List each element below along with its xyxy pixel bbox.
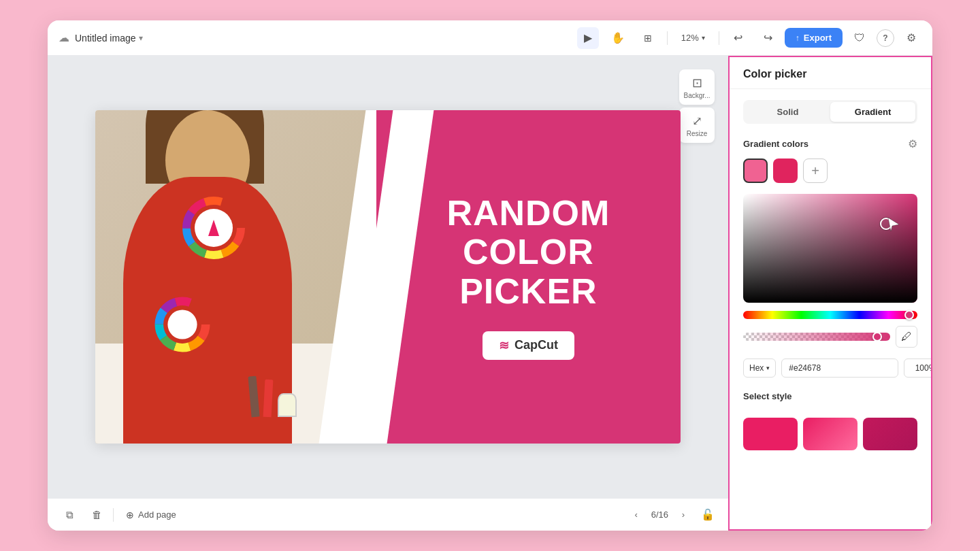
title-line1: RANDOM — [446, 194, 610, 233]
color-type-tabs: Solid Gradient — [743, 100, 917, 124]
hex-chevron: ▾ — [766, 365, 770, 371]
filter-icon[interactable]: ⚙ — [908, 137, 917, 150]
file-name: Untitled image — [75, 33, 136, 44]
svg-point-18 — [167, 310, 197, 339]
canvas-area: ⊡ Backgr... ⤢ Resize — [48, 56, 728, 531]
capcut-text: CapCut — [514, 338, 558, 352]
hue-thumb — [904, 310, 914, 320]
canvas-image: RANDOM COLOR PICKER ≋ CapCut — [95, 110, 681, 444]
gradient-colors-label: Gradient colors — [743, 139, 808, 149]
background-icon: ⊡ — [692, 76, 702, 90]
undo-button[interactable]: ↩ — [728, 27, 749, 49]
alpha-thumb — [872, 333, 882, 341]
alpha-slider[interactable] — [743, 333, 890, 341]
style-swatch-1[interactable] — [743, 418, 798, 450]
side-tools: ⊡ Backgr... ⤢ Resize — [679, 69, 715, 143]
copy-page-button[interactable]: ⧉ — [59, 504, 80, 526]
title-line2: COLOR — [446, 233, 610, 271]
file-icon: ☁ — [59, 31, 69, 44]
hex-format-select[interactable]: Hex ▾ — [743, 358, 776, 378]
pencil-2 — [263, 380, 273, 418]
export-button[interactable]: ↑ Export — [785, 28, 843, 48]
toolbar-right: ↑ Export 🛡 ? ⚙ — [785, 28, 921, 48]
eyedropper-button[interactable]: 🖊 — [896, 326, 917, 348]
capcut-badge: ≋ CapCut — [483, 331, 574, 360]
select-tool-button[interactable]: ▶ — [577, 27, 599, 49]
toolbar-left: ☁ Untitled image ▾ — [59, 31, 572, 44]
style-swatches — [743, 418, 917, 450]
add-page-label: Add page — [138, 510, 176, 520]
toolbar: ☁ Untitled image ▾ ▶ ✋ ⊞ 12% ▾ ↩ ↪ ↑ Exp… — [48, 20, 932, 56]
alpha-slider-wrap: 🖊 — [743, 326, 917, 348]
color-wheel-2 — [152, 294, 213, 355]
background-tool-button[interactable]: ⊡ Backgr... — [679, 69, 715, 105]
next-page-button[interactable]: › — [674, 505, 693, 524]
color-stop-2[interactable] — [773, 158, 798, 183]
hex-value-input[interactable] — [781, 358, 898, 378]
shield-button[interactable]: 🛡 — [849, 28, 870, 48]
panel-body: Solid Gradient Gradient colors ⚙ + — [730, 89, 931, 529]
resize-label: Resize — [687, 130, 708, 137]
panel-title: Color picker — [743, 68, 917, 80]
title-chevron: ▾ — [139, 33, 143, 43]
cup — [278, 393, 297, 417]
color-canvas-inner — [743, 194, 917, 303]
add-page-icon: ⊕ — [126, 510, 134, 520]
pink-side: RANDOM COLOR PICKER ≋ CapCut — [376, 110, 681, 444]
help-button[interactable]: ? — [877, 29, 894, 47]
color-input-row: Hex ▾ — [743, 358, 917, 378]
lock-icon: 🔓 — [698, 505, 717, 524]
hue-slider-wrap — [743, 311, 917, 319]
settings-button[interactable]: ⚙ — [901, 28, 921, 48]
add-color-stop-button[interactable]: + — [803, 158, 828, 183]
frame-tool-button[interactable]: ⊞ — [637, 27, 659, 49]
canvas-wrapper: ⊡ Backgr... ⤢ Resize — [48, 56, 728, 498]
select-style-header: Select style — [743, 391, 917, 410]
zoom-control[interactable]: 12% ▾ — [676, 30, 710, 46]
title-line3: PICKER — [446, 272, 610, 311]
select-style-label: Select style — [743, 391, 792, 401]
page-total: 16 — [659, 510, 668, 520]
color-wheel-1 — [180, 194, 248, 262]
file-title[interactable]: Untitled image ▾ — [75, 33, 143, 44]
export-arrow-icon: ↑ — [796, 33, 800, 43]
capcut-logo-icon: ≋ — [499, 338, 509, 353]
toolbar-center: ▶ ✋ ⊞ 12% ▾ ↩ ↪ — [577, 27, 779, 49]
resize-icon: ⤢ — [692, 114, 702, 129]
add-page-button[interactable]: ⊕ Add page — [119, 507, 183, 523]
gradient-stops: + — [743, 158, 917, 183]
color-canvas-dark — [743, 194, 917, 303]
page-navigation: ‹ 6/16 › — [627, 505, 693, 524]
style-swatch-2[interactable] — [803, 418, 858, 450]
eyedropper-icon: 🖊 — [901, 331, 912, 343]
delete-page-button[interactable]: 🗑 — [86, 504, 108, 526]
redo-button[interactable]: ↪ — [757, 27, 779, 49]
divider — [113, 508, 114, 522]
page-indicator: 6/16 — [651, 510, 668, 520]
page-current: 6 — [651, 510, 656, 520]
hue-slider[interactable] — [743, 311, 917, 319]
solid-tab[interactable]: Solid — [745, 102, 830, 122]
zoom-value: 12% — [681, 33, 699, 43]
panel-header: Color picker — [730, 57, 931, 89]
alpha-gradient — [743, 333, 890, 341]
hex-label: Hex — [749, 363, 764, 373]
color-picker-panel: Color picker Solid Gradient Gradient col… — [728, 56, 932, 531]
color-canvas[interactable] — [743, 194, 917, 303]
zoom-chevron: ▾ — [702, 34, 705, 41]
resize-tool-button[interactable]: ⤢ Resize — [679, 107, 715, 143]
background-label: Backgr... — [684, 92, 710, 99]
photo-side — [95, 110, 376, 444]
color-stop-1[interactable] — [743, 158, 768, 183]
export-label: Export — [804, 33, 832, 43]
style-swatch-3[interactable] — [863, 418, 917, 450]
gradient-tab[interactable]: Gradient — [830, 102, 915, 122]
prev-page-button[interactable]: ‹ — [627, 505, 646, 524]
hand-tool-button[interactable]: ✋ — [607, 27, 629, 49]
gradient-colors-header: Gradient colors ⚙ — [743, 137, 917, 150]
canvas-frame: RANDOM COLOR PICKER ≋ CapCut — [95, 110, 681, 444]
opacity-input[interactable] — [904, 358, 932, 378]
canvas-main-title: RANDOM COLOR PICKER — [446, 194, 610, 311]
bottom-bar: ⧉ 🗑 ⊕ Add page ‹ 6/16 › 🔓 — [48, 498, 728, 531]
main-content: ⊡ Backgr... ⤢ Resize — [48, 56, 932, 531]
